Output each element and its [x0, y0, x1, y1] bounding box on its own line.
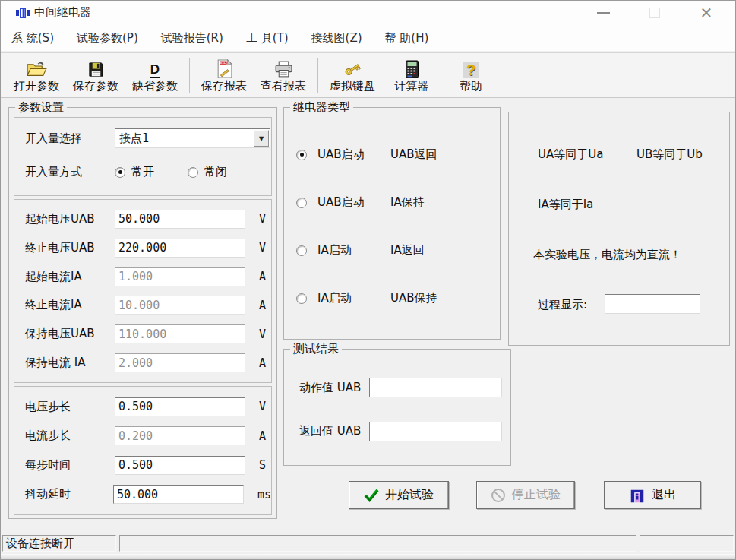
- action-value-label: 动作值 UAB: [299, 381, 369, 395]
- minimize-button[interactable]: [577, 1, 629, 25]
- return-value-label: 返回值 UAB: [299, 424, 369, 438]
- relay-option-end: UAB保持: [390, 291, 437, 305]
- param-row: 保持电流 IA A: [14, 353, 271, 372]
- param-row: 每步时间 S: [14, 456, 271, 475]
- save-params-button[interactable]: 保存参数: [66, 55, 125, 96]
- info-ub-text: UB等同于Ub: [636, 147, 703, 162]
- result-row: 返回值 UAB: [284, 422, 510, 441]
- relay-option-start: IA启动: [317, 243, 390, 258]
- field-unit: A: [259, 356, 266, 370]
- default-d-icon: D: [150, 57, 160, 78]
- window-bottom-border: [1, 554, 735, 559]
- step-fields-box: 电压步长 V 电流步长 A 每步时间 S 抖动延时 ms: [14, 386, 272, 515]
- relay-option-row: UAB启动 IA保持: [284, 195, 500, 210]
- input-mode-row: 开入量方式 常开 常闭: [14, 165, 271, 179]
- close-button[interactable]: ✕: [681, 1, 732, 25]
- maximize-button[interactable]: [629, 1, 681, 25]
- view-report-button[interactable]: 查看报表: [254, 55, 313, 96]
- menu-test-params[interactable]: 试验参数(P): [77, 31, 138, 46]
- start-voltage-input[interactable]: [115, 210, 245, 229]
- radio-uab-start-uab-return[interactable]: [296, 150, 307, 160]
- relay-option-end: IA保持: [390, 195, 425, 210]
- relay-option-row: IA启动 IA返回: [284, 243, 500, 258]
- relay-option-start: IA启动: [317, 291, 390, 305]
- radio-label: 常开: [131, 165, 154, 179]
- contact-select-value: 接点1: [119, 131, 150, 146]
- contact-select[interactable]: 接点1 ▼: [115, 128, 270, 148]
- input-mode-label: 开入量方式: [25, 165, 115, 179]
- save-report-button[interactable]: EXL 保存报表: [194, 55, 254, 96]
- stop-icon: [491, 488, 506, 503]
- info-panel: UA等同于Ua UB等同于Ub IA等同于Ia 本实验电压，电流均为直流！ 过程…: [508, 112, 730, 346]
- help-button[interactable]: ? 帮助: [441, 55, 501, 96]
- hold-voltage-input: [115, 324, 245, 343]
- radio-ia-start-ia-return[interactable]: [296, 245, 307, 256]
- param-row: 抖动延时 ms: [14, 485, 271, 504]
- field-label: 电压步长: [25, 400, 115, 414]
- debounce-delay-input[interactable]: [113, 485, 244, 504]
- menu-help[interactable]: 帮 助(H): [385, 31, 429, 46]
- start-test-button[interactable]: 开始试验: [349, 481, 449, 509]
- field-unit: V: [259, 241, 266, 255]
- action-value-input[interactable]: [369, 378, 502, 397]
- relay-option-start: UAB启动: [317, 147, 390, 162]
- exit-button[interactable]: 退出: [604, 481, 701, 509]
- return-value-input[interactable]: [369, 422, 502, 441]
- field-unit: S: [259, 458, 266, 472]
- step-time-input[interactable]: [115, 456, 245, 475]
- question-mark-icon: ?: [463, 57, 479, 78]
- menu-wiring-diagram[interactable]: 接线图(Z): [311, 31, 362, 46]
- field-label: 终止电压UAB: [25, 241, 115, 255]
- menu-tools[interactable]: 工 具(T): [246, 31, 289, 46]
- radio-normally-closed[interactable]: [188, 167, 198, 178]
- toolbar-label: 保存报表: [201, 79, 247, 93]
- hold-current-input: [115, 353, 245, 372]
- toolbar-label: 虚拟键盘: [330, 79, 375, 93]
- check-icon: [364, 489, 379, 502]
- end-current-input: [115, 296, 245, 315]
- default-params-button[interactable]: D 缺省参数: [125, 55, 185, 96]
- toolbar-separator: [317, 58, 318, 93]
- radio-ia-start-uab-hold[interactable]: [296, 293, 307, 304]
- maximize-icon: [649, 8, 660, 18]
- param-row: 电流步长 A: [14, 426, 271, 445]
- radio-normally-open[interactable]: [115, 167, 125, 178]
- toolbar-label: 保存参数: [73, 79, 118, 93]
- svg-text:EXL: EXL: [220, 62, 226, 65]
- result-panel: 测试结果 动作值 UAB 返回值 UAB: [283, 349, 511, 466]
- menu-system[interactable]: 系 统(S): [11, 31, 54, 46]
- result-panel-title: 测试结果: [290, 342, 342, 356]
- param-row: 电压步长 V: [14, 397, 271, 416]
- open-params-button[interactable]: 打开参数: [7, 55, 66, 96]
- chevron-down-icon[interactable]: ▼: [254, 130, 269, 147]
- exit-label: 退出: [652, 487, 676, 503]
- calculator-button[interactable]: 计算器: [382, 55, 441, 96]
- input-select-label: 开入量选择: [25, 131, 115, 146]
- radio-uab-start-ia-hold[interactable]: [296, 198, 307, 208]
- params-panel-title: 参数设置: [15, 100, 67, 115]
- field-unit: A: [259, 429, 266, 443]
- stop-test-label: 停止试验: [512, 487, 561, 503]
- result-row: 动作值 UAB: [284, 378, 510, 397]
- process-display-input[interactable]: [605, 294, 700, 314]
- end-voltage-input[interactable]: [115, 239, 245, 258]
- relay-type-title: 继电器类型: [290, 100, 353, 115]
- menu-bar: 系 统(S) 试验参数(P) 试验报告(R) 工 具(T) 接线图(Z) 帮 助…: [1, 25, 735, 51]
- current-step-input: [115, 426, 245, 445]
- toolbar-label: 打开参数: [14, 79, 59, 93]
- radio-label: 常闭: [204, 165, 227, 179]
- field-unit: V: [259, 400, 266, 413]
- status-message: [119, 535, 636, 552]
- field-label: 起始电压UAB: [25, 212, 115, 226]
- window-title: 中间继电器: [34, 5, 91, 20]
- virtual-keyboard-button[interactable]: 虚拟键盘: [323, 55, 382, 96]
- toolbar: 打开参数 保存参数 D 缺省参数: [1, 52, 735, 98]
- field-unit: ms: [257, 488, 271, 501]
- menu-test-report[interactable]: 试验报告(R): [161, 31, 223, 46]
- voltage-step-input[interactable]: [115, 397, 245, 416]
- app-icon: [16, 7, 30, 19]
- param-row: 终止电流IA A: [14, 296, 271, 315]
- floppy-disk-icon: [87, 57, 105, 78]
- input-select-row: 开入量选择 接点1 ▼: [14, 128, 271, 148]
- param-row: 终止电压UAB V: [14, 239, 271, 258]
